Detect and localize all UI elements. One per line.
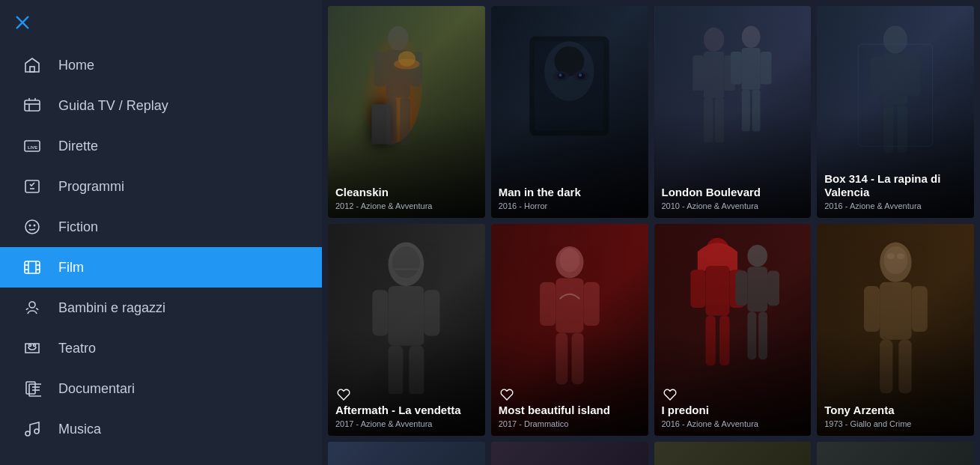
movie-card-row3-2[interactable] [491, 442, 648, 465]
sidebar-item-programs[interactable]: Programmi [0, 166, 322, 207]
sidebar-item-documentari[interactable]: Documentari [0, 368, 322, 409]
movie-meta: 2016 - Horror [499, 201, 641, 210]
movie-card-tony-arzenta[interactable]: Tony Arzenta 1973 - Giallo and Crime [817, 224, 974, 436]
sidebar-item-teatro[interactable]: Teatro [0, 328, 322, 368]
svg-text:LIVE: LIVE [28, 145, 37, 150]
musica-label: Musica [58, 422, 101, 437]
svg-rect-3 [25, 100, 40, 111]
close-button[interactable] [4, 4, 41, 41]
movie-meta: 2016 - Azione & Avventura [824, 201, 967, 210]
movie-card-london[interactable]: London Boulevard 2010 - Azione & Avventu… [654, 6, 812, 218]
movie-card-man-in-dark[interactable]: Man in the dark 2016 - Horror [491, 6, 648, 218]
movie-meta: 2010 - Azione & Avventura [662, 201, 804, 210]
svg-point-12 [25, 220, 39, 234]
movie-title: London Boulevard [662, 186, 804, 199]
svg-point-13 [29, 225, 31, 227]
svg-point-23 [29, 344, 31, 347]
svg-point-22 [29, 302, 35, 308]
movie-title: Most beautiful island [499, 404, 641, 417]
movie-card-aftermath[interactable]: Aftermath - La vendetta 2017 - Azione & … [328, 224, 485, 436]
home-icon [22, 55, 42, 75]
sidebar-item-guide[interactable]: Guida TV / Replay [0, 85, 322, 126]
movie-card-row3-1[interactable] [328, 442, 485, 465]
movie-title: Man in the dark [499, 186, 641, 199]
programs-label: Programmi [58, 179, 124, 195]
movie-meta: 2012 - Azione & Avventura [335, 201, 478, 210]
movie-card-cleanskin[interactable]: Cleanskin 2012 - Azione & Avventura [328, 6, 485, 218]
svg-point-30 [34, 429, 39, 434]
svg-point-29 [25, 431, 30, 436]
kids-icon [22, 298, 42, 317]
home-label: Home [58, 58, 94, 73]
nav-list: Home Guida TV / Replay LIVE [0, 45, 322, 465]
svg-rect-15 [25, 261, 40, 273]
movie-meta: 2016 - Azione & Avventura [662, 419, 804, 428]
svg-rect-10 [25, 180, 39, 192]
movie-card-row3-3[interactable] [654, 442, 812, 465]
sidebar-item-live[interactable]: LIVE Dirette [0, 126, 322, 166]
documentari-label: Documentari [58, 381, 135, 397]
movie-card-most-beautiful[interactable]: Most beautiful island 2017 - Drammatico [491, 224, 648, 436]
svg-point-24 [34, 344, 36, 347]
live-label: Dirette [58, 139, 98, 154]
sidebar-item-fiction[interactable]: Fiction [0, 207, 322, 247]
svg-point-14 [34, 225, 36, 227]
movie-card-i-predoni[interactable]: I predoni 2016 - Azione & Avventura [654, 224, 812, 436]
teatro-icon [22, 338, 42, 358]
movie-meta: 2017 - Drammatico [499, 419, 641, 428]
documentari-icon [22, 379, 42, 398]
movie-title: Tony Arzenta [824, 404, 967, 417]
guide-label: Guida TV / Replay [58, 98, 168, 114]
movie-meta: 2017 - Azione & Avventura [335, 419, 478, 428]
movie-card-row3-4[interactable] [817, 442, 974, 465]
svg-rect-2 [30, 67, 34, 72]
live-icon: LIVE [22, 136, 42, 156]
movie-title: Aftermath - La vendetta [335, 404, 478, 417]
movie-meta: 1973 - Giallo and Crime [824, 419, 967, 428]
programs-icon [22, 177, 42, 196]
movie-title: Box 314 - La rapina di Valencia [824, 172, 967, 199]
musica-icon [22, 419, 42, 439]
film-icon [22, 258, 42, 277]
teatro-label: Teatro [58, 341, 96, 356]
fiction-icon [22, 217, 42, 237]
movie-grid: Cleanskin 2012 - Azione & Avventura [328, 6, 974, 465]
movie-card-box314[interactable]: Box 314 - La rapina di Valencia 2016 - A… [817, 6, 974, 218]
movie-title: Cleanskin [335, 186, 478, 199]
fiction-label: Fiction [58, 219, 98, 235]
sidebar-item-home[interactable]: Home [0, 45, 322, 85]
tv-guide-icon [22, 96, 42, 115]
sidebar-item-musica[interactable]: Musica [0, 409, 322, 449]
main-content: Cleanskin 2012 - Azione & Avventura [322, 0, 980, 465]
movie-title: I predoni [662, 404, 804, 417]
sidebar-item-film[interactable]: Film [0, 247, 322, 288]
kids-label: Bambini e ragazzi [58, 300, 165, 316]
sidebar-item-kids[interactable]: Bambini e ragazzi [0, 288, 322, 328]
film-label: Film [58, 260, 84, 276]
sidebar: Home Guida TV / Replay LIVE [0, 0, 322, 465]
